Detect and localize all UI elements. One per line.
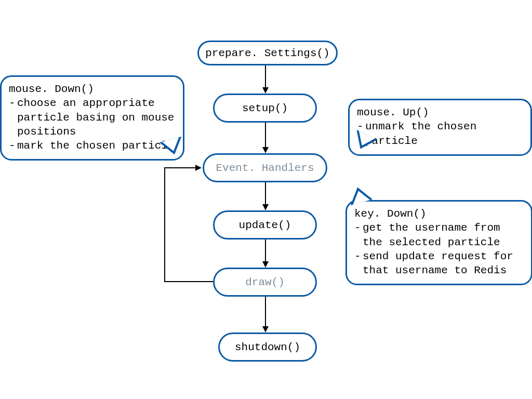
node-setup: setup() bbox=[213, 94, 317, 123]
node-label: draw() bbox=[245, 276, 285, 288]
callout-mouse-up: mouse. Up() unmark the chosen particle bbox=[348, 99, 532, 156]
callout-title: mouse. Down() bbox=[9, 82, 176, 96]
list-item: send update request for that username to… bbox=[354, 249, 524, 278]
node-label: setup() bbox=[242, 102, 288, 114]
callout-mouse-down: mouse. Down() choose an appropriate part… bbox=[0, 75, 184, 161]
node-label: update() bbox=[239, 219, 291, 231]
node-event-handlers: Event. Handlers bbox=[203, 153, 327, 182]
node-label: prepare. Settings() bbox=[205, 47, 329, 59]
callout-title: mouse. Up() bbox=[357, 105, 523, 119]
node-label: Event. Handlers bbox=[216, 162, 314, 174]
loop-arrowhead bbox=[195, 165, 202, 171]
callout-list: get the username from the selected parti… bbox=[354, 221, 524, 277]
node-label: shutdown() bbox=[235, 341, 300, 353]
node-shutdown: shutdown() bbox=[218, 332, 317, 362]
callout-list: unmark the chosen particle bbox=[357, 119, 523, 148]
callout-key-down: key. Down() get the username from the se… bbox=[345, 200, 532, 285]
arrow-down bbox=[265, 182, 266, 209]
arrow-down bbox=[265, 297, 266, 331]
loop-edge bbox=[164, 167, 196, 168]
list-item: get the username from the selected parti… bbox=[354, 221, 524, 249]
arrow-down bbox=[265, 240, 266, 267]
loop-edge bbox=[164, 168, 165, 282]
arrow-down bbox=[265, 123, 266, 152]
callout-title: key. Down() bbox=[354, 207, 524, 221]
list-item: unmark the chosen particle bbox=[357, 119, 523, 148]
callout-list: choose an appropriate particle basing on… bbox=[9, 96, 176, 153]
node-draw: draw() bbox=[213, 268, 317, 297]
list-item: choose an appropriate particle basing on… bbox=[9, 96, 176, 139]
loop-edge bbox=[164, 281, 213, 282]
arrow-down bbox=[265, 65, 266, 92]
node-update: update() bbox=[213, 210, 317, 240]
node-prepare-settings: prepare. Settings() bbox=[197, 41, 338, 65]
list-item: mark the chosen particle bbox=[9, 139, 176, 153]
